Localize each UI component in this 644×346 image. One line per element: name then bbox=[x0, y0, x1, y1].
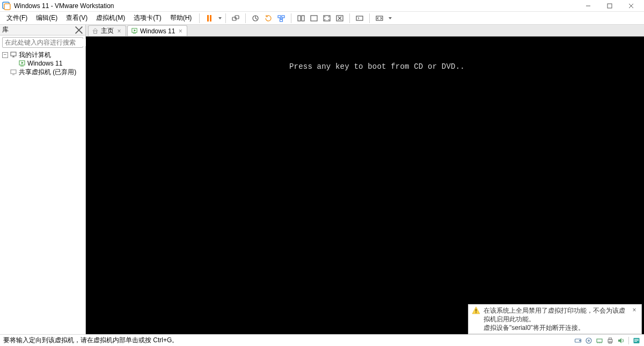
shared-vms-icon bbox=[10, 68, 17, 76]
vm-boot-message: Press any key to boot from CD or DVD.. bbox=[289, 62, 465, 71]
tree-shared-vms[interactable]: 共享虚拟机 (已弃用) bbox=[1, 68, 84, 76]
svg-rect-26 bbox=[356, 16, 363, 20]
menu-view[interactable]: 查看(V) bbox=[62, 12, 92, 24]
snapshot-revert-button[interactable] bbox=[262, 12, 275, 24]
svg-rect-1 bbox=[4, 4, 10, 10]
menu-file[interactable]: 文件(F) bbox=[2, 12, 32, 24]
svg-rect-7 bbox=[210, 15, 211, 21]
view-console-button[interactable] bbox=[295, 12, 308, 24]
stretch-dropdown[interactable] bbox=[388, 15, 392, 22]
toast-line2: 虚拟设备"serial0"将开始断开连接。 bbox=[484, 323, 627, 332]
warning-toast: 在该系统上全局禁用了虚拟打印功能，不会为该虚拟机启用此功能。 虚拟设备"seri… bbox=[468, 304, 642, 334]
tab-home[interactable]: 主页 × bbox=[88, 25, 126, 36]
svg-rect-42 bbox=[94, 31, 97, 34]
separator bbox=[225, 13, 226, 23]
svg-point-51 bbox=[586, 338, 591, 343]
vm-console[interactable]: Press any key to boot from CD or DVD.. bbox=[86, 37, 644, 334]
svg-marker-28 bbox=[389, 17, 392, 19]
separator bbox=[245, 13, 246, 23]
computer-icon bbox=[10, 51, 17, 59]
svg-rect-58 bbox=[609, 338, 612, 340]
suspend-button[interactable] bbox=[203, 12, 216, 24]
tree-my-computer[interactable]: − 我的计算机 bbox=[1, 51, 84, 59]
send-ctrl-alt-del-button[interactable] bbox=[229, 12, 242, 24]
library-tree: − 我的计算机 Windows 11 共享虚拟机 (已弃用) bbox=[0, 49, 85, 77]
status-bar: 要将输入定向到该虚拟机，请在虚拟机内部单击或按 Ctrl+G。 bbox=[0, 334, 644, 346]
status-devices bbox=[574, 336, 641, 345]
warning-icon bbox=[472, 306, 480, 315]
svg-rect-14 bbox=[278, 16, 281, 18]
toast-body: 在该系统上全局禁用了虚拟打印功能，不会为该虚拟机启用此功能。 虚拟设备"seri… bbox=[484, 306, 627, 332]
svg-marker-60 bbox=[618, 338, 621, 343]
vm-powered-icon bbox=[18, 60, 26, 67]
status-text: 要将输入定向到该虚拟机，请在虚拟机内部单击或按 Ctrl+G。 bbox=[3, 336, 178, 345]
stretch-guest-button[interactable] bbox=[373, 12, 386, 24]
close-sidebar-button[interactable] bbox=[75, 26, 83, 34]
unity-button[interactable] bbox=[333, 12, 346, 24]
svg-rect-20 bbox=[302, 16, 304, 21]
menu-vm[interactable]: 虚拟机(M) bbox=[92, 12, 129, 24]
svg-rect-48 bbox=[475, 312, 477, 313]
menu-tabs[interactable]: 选项卡(T) bbox=[129, 12, 165, 24]
message-log-icon[interactable] bbox=[632, 336, 641, 345]
svg-rect-40 bbox=[11, 70, 16, 74]
tree-vm-label: Windows 11 bbox=[27, 60, 62, 67]
svg-rect-3 bbox=[608, 4, 612, 8]
network-adapter-icon[interactable] bbox=[595, 336, 604, 345]
svg-rect-34 bbox=[11, 52, 16, 56]
svg-rect-53 bbox=[597, 339, 602, 342]
snapshot-take-button[interactable] bbox=[249, 12, 262, 24]
window-title: Windows 11 - VMware Workstation bbox=[14, 2, 114, 10]
tab-strip: 主页 × Windows 11 × bbox=[86, 25, 644, 37]
quick-switch-button[interactable] bbox=[353, 12, 366, 24]
title-bar: Windows 11 - VMware Workstation bbox=[0, 0, 644, 12]
svg-rect-63 bbox=[634, 340, 639, 341]
svg-rect-21 bbox=[311, 16, 317, 21]
search-input[interactable] bbox=[4, 39, 86, 46]
menu-help[interactable]: 帮助(H) bbox=[166, 12, 196, 24]
svg-rect-47 bbox=[475, 309, 477, 312]
library-title: 库 bbox=[2, 25, 9, 34]
snapshot-manager-button[interactable] bbox=[275, 12, 288, 24]
svg-line-13 bbox=[255, 18, 257, 19]
separator bbox=[291, 13, 291, 23]
close-tab-home[interactable]: × bbox=[116, 28, 122, 34]
cd-dvd-icon[interactable] bbox=[584, 336, 593, 345]
separator bbox=[369, 13, 370, 23]
library-sidebar: 库 − 我的计算机 bbox=[0, 25, 86, 334]
tab-vm-label: Windows 11 bbox=[140, 27, 175, 35]
close-tab-vm[interactable]: × bbox=[177, 28, 184, 34]
separator bbox=[628, 337, 629, 344]
close-window-button[interactable] bbox=[620, 0, 642, 12]
view-single-button[interactable] bbox=[308, 12, 320, 24]
tree-my-computer-label: 我的计算机 bbox=[19, 51, 51, 60]
fullscreen-button[interactable] bbox=[320, 12, 333, 24]
tree-collapse-icon[interactable]: − bbox=[2, 52, 8, 58]
svg-marker-44 bbox=[134, 30, 136, 32]
svg-point-52 bbox=[588, 340, 590, 341]
printer-icon[interactable] bbox=[606, 336, 614, 345]
toast-line1: 在该系统上全局禁用了虚拟打印功能，不会为该虚拟机启用此功能。 bbox=[484, 306, 627, 323]
sound-icon[interactable] bbox=[617, 336, 625, 345]
svg-rect-16 bbox=[280, 19, 283, 21]
svg-rect-62 bbox=[634, 339, 639, 340]
svg-marker-8 bbox=[218, 17, 222, 19]
maximize-button[interactable] bbox=[599, 0, 620, 12]
separator bbox=[349, 13, 350, 23]
svg-rect-19 bbox=[298, 16, 301, 21]
library-search[interactable] bbox=[2, 37, 83, 48]
tree-vm-item[interactable]: Windows 11 bbox=[1, 59, 84, 68]
suspend-dropdown[interactable] bbox=[218, 15, 222, 22]
hard-disk-icon[interactable] bbox=[574, 336, 582, 345]
svg-marker-38 bbox=[21, 62, 24, 64]
svg-rect-64 bbox=[634, 341, 637, 342]
vmware-app-icon bbox=[2, 2, 11, 10]
toast-close-button[interactable]: × bbox=[631, 306, 638, 314]
minimize-button[interactable] bbox=[577, 0, 599, 12]
library-header: 库 bbox=[0, 25, 85, 35]
tab-home-label: 主页 bbox=[101, 26, 114, 35]
menu-edit[interactable]: 编辑(E) bbox=[32, 12, 62, 24]
tab-vm[interactable]: Windows 11 × bbox=[127, 25, 187, 36]
tree-shared-vms-label: 共享虚拟机 (已弃用) bbox=[19, 68, 76, 77]
separator bbox=[199, 13, 200, 23]
